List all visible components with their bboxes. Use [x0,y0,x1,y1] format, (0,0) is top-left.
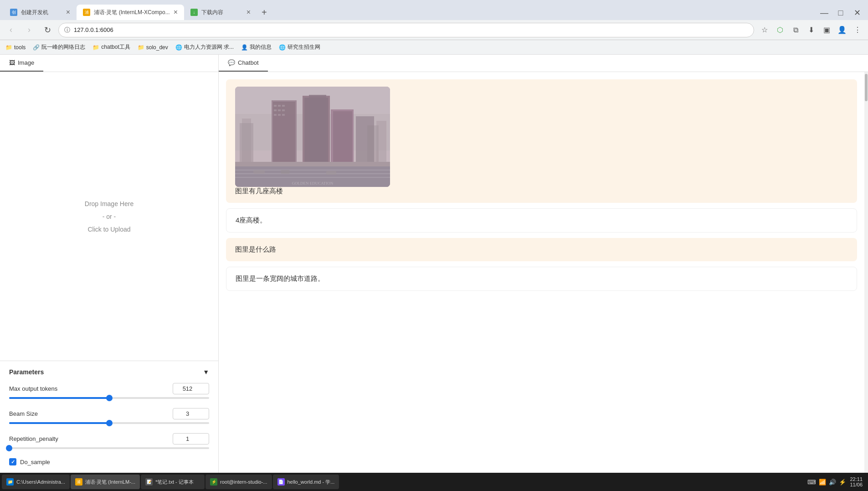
bookmark-graduate[interactable]: 🌐 研究生招生网 [279,43,320,51]
maximize-button[interactable]: □ [833,5,848,20]
tab-2-favicon: 浦 [83,9,90,16]
max-output-tokens-slider-thumb[interactable] [106,395,113,401]
do-sample-label: Do_sample [20,459,50,465]
beam-size-slider-thumb[interactable] [106,420,113,426]
max-output-tokens-label-row: Max output tokens [9,383,209,394]
bookmark-chatbot[interactable]: 📁 chatbot工具 [92,43,130,51]
tab-1[interactable]: 创 创建开发机 × [4,5,77,20]
bookmark-electric-icon: 🌐 [175,44,182,51]
tab-bar: 创 创建开发机 × 浦 浦语·灵笔 (InternLM-XCompo... × … [0,0,868,20]
bookmark-electric-label: 电力人力资源网 求... [184,43,234,51]
profile-button[interactable]: 👤 [835,23,849,37]
beam-size-label-row: Beam Size [9,408,209,419]
chat-message-2: 4座高楼。 [226,208,857,233]
repetition-penalty-label-row: Repetition_penalty [9,433,209,444]
max-output-tokens-input[interactable] [173,383,209,394]
lock-icon: ⓘ [64,26,70,34]
tab-1-favicon: 创 [10,9,17,16]
bookmark-chatbot-label: chatbot工具 [101,43,130,51]
city-image: GOLDEN EDUCATION [235,87,390,187]
max-output-tokens-slider-track [9,397,209,399]
download-button[interactable]: ⬇ [804,23,818,37]
panel-tabs: 🖼 Image [0,55,218,72]
tab-3[interactable]: ↓ 下载内容 × [184,5,257,20]
drop-text-action: Click to Upload [87,223,130,236]
max-output-tokens-row: Max output tokens [9,383,209,399]
tab-1-close[interactable]: × [66,9,70,16]
scrollbar-thumb[interactable] [865,74,868,101]
chat-message-1: GOLDEN EDUCATION 图里有几座高楼 [226,79,857,203]
beam-size-input[interactable] [173,408,209,419]
address-text: 127.0.0.1:6006 [74,26,748,33]
chatbot-tab-label: Chatbot [238,59,259,66]
chat-messages: GOLDEN EDUCATION 图里有几座高楼 4座高楼。 图里是什么路 图里… [219,72,864,473]
chat-message-2-text: 4座高楼。 [236,216,847,225]
image-drop-area[interactable]: Drop Image Here - or - Click to Upload [0,72,218,361]
repetition-penalty-label: Repetition_penalty [9,435,58,442]
bookmark-myinfo[interactable]: 👤 我的信息 [241,43,272,51]
svg-rect-32 [235,87,390,187]
forward-button[interactable]: › [22,23,36,37]
repetition-penalty-slider-track [9,447,209,449]
max-output-tokens-slider-fill [9,397,109,399]
extensions-button[interactable]: ⧉ [789,23,802,37]
bookmark-solodev-label: solo_dev [146,44,168,51]
split-button[interactable]: ▣ [820,23,833,37]
params-header[interactable]: Parameters ▼ [9,368,209,376]
chat-message-3-text: 图里是什么路 [235,245,848,254]
image-tab-label: Image [18,59,34,66]
tab-3-title: 下载内容 [201,9,243,16]
bookmark-solodev-icon: 📁 [138,44,144,51]
max-output-tokens-label: Max output tokens [9,385,57,392]
chat-message-1-text: 图里有几座高楼 [235,187,848,196]
do-sample-checkbox[interactable]: ✓ [9,458,16,465]
nav-actions: ☆ ⬡ ⧉ ⬇ ▣ 👤 ⋮ [758,23,864,37]
tab-1-title: 创建开发机 [21,9,62,16]
tab-2-close[interactable]: × [174,9,178,16]
beam-size-slider-track [9,422,209,424]
right-panel: 💬 Chatbot [219,55,868,473]
chatbot-tab-bar: 💬 Chatbot [219,55,868,72]
bookmarks-bar: 📁 tools 🔗 阮一峰的网络日志 📁 chatbot工具 📁 solo_de… [0,40,868,55]
bookmark-button[interactable]: ☆ [758,23,771,37]
address-bar[interactable]: ⓘ 127.0.0.1:6006 [58,23,754,37]
browser-content: 🖼 Image Drop Image Here - or - Click to … [0,55,868,473]
bookmark-chatbot-icon: 📁 [92,44,99,51]
bookmark-tools[interactable]: 📁 tools [5,44,26,51]
new-tab-button[interactable]: + [257,5,272,20]
chat-message-3: 图里是什么路 [226,238,857,261]
tab-2-title: 浦语·灵笔 (InternLM-XCompo... [94,9,170,16]
tab-3-favicon: ↓ [190,9,198,16]
bookmark-ruanyifeng[interactable]: 🔗 阮一峰的网络日志 [33,43,85,51]
drop-text-or: - or - [103,210,116,223]
image-tab[interactable]: 🖼 Image [0,55,43,72]
beam-size-slider-fill [9,422,109,424]
image-tab-icon: 🖼 [9,59,15,66]
chat-message-4: 图里是一条宽阔的城市道路。 [226,267,857,291]
tab-3-close[interactable]: × [247,9,251,16]
repetition-penalty-slider-thumb[interactable] [6,445,12,451]
browser-chrome: 创 创建开发机 × 浦 浦语·灵笔 (InternLM-XCompo... × … [0,0,868,55]
bookmark-tools-icon: 📁 [5,44,12,51]
reload-button[interactable]: ↻ [40,23,55,37]
svg-text:GOLDEN EDUCATION: GOLDEN EDUCATION [292,181,334,186]
chatbot-tab-icon: 💬 [228,59,235,66]
bookmark-ruanyifeng-label: 阮一峰的网络日志 [41,43,85,51]
drop-text-main: Drop Image Here [85,197,134,210]
extension-green-button[interactable]: ⬡ [773,23,787,37]
do-sample-row: ✓ Do_sample [9,458,209,465]
repetition-penalty-input[interactable] [173,433,209,444]
checkbox-checkmark: ✓ [11,459,15,465]
back-button[interactable]: ‹ [4,23,18,37]
bookmark-solodev[interactable]: 📁 solo_dev [138,44,168,51]
tab-2[interactable]: 浦 浦语·灵笔 (InternLM-XCompo... × [77,5,184,20]
minimize-button[interactable]: — [817,5,832,20]
chatbot-tab[interactable]: 💬 Chatbot [219,55,268,72]
bookmark-myinfo-icon: 👤 [241,44,248,51]
close-button[interactable]: ✕ [850,5,864,20]
scrollbar[interactable] [864,72,868,473]
bookmark-electric[interactable]: 🌐 电力人力资源网 求... [175,43,234,51]
left-panel: 🖼 Image Drop Image Here - or - Click to … [0,55,219,473]
menu-button[interactable]: ⋮ [851,23,864,37]
repetition-penalty-row: Repetition_penalty [9,433,209,449]
